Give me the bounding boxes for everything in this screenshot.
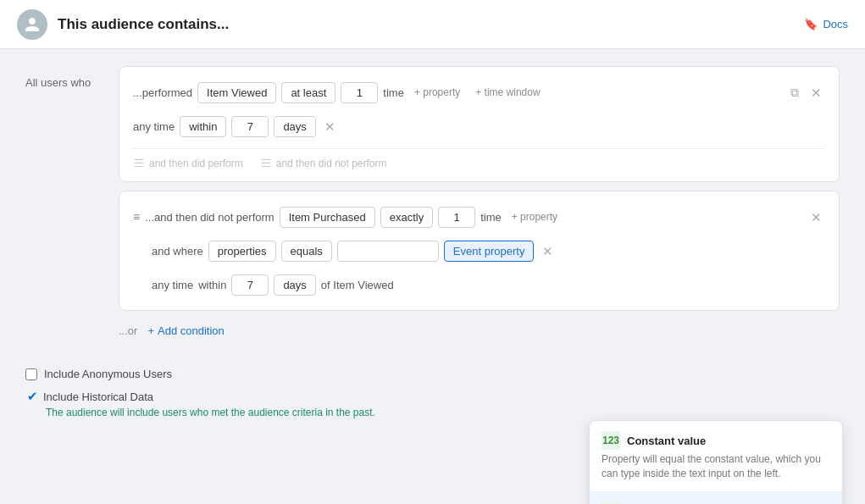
condition1-add-time-window-btn[interactable]: + time window	[470, 83, 545, 102]
avatar	[17, 9, 47, 40]
condition2-value-input[interactable]	[337, 241, 439, 262]
conditions-area: ...performed Item Viewed at least time +…	[119, 66, 840, 339]
condition2-equals-pill[interactable]: equals	[281, 241, 332, 262]
condition1-count-input[interactable]	[341, 82, 378, 103]
condition2-prop-close-btn[interactable]: ✕	[539, 243, 557, 259]
condition1-frequency-pill[interactable]: at least	[281, 82, 335, 103]
condition2-time-label: time	[480, 211, 502, 224]
condition2-row3: any time within days of Item Viewed	[133, 271, 825, 298]
condition2-row2: and where properties equals Event proper…	[133, 237, 825, 264]
condition2-count-input[interactable]	[438, 207, 475, 228]
add-condition-button[interactable]: + Add condition	[147, 324, 224, 337]
and-where-label: and where	[152, 245, 203, 258]
performed-label: ...performed	[133, 86, 192, 99]
and-then-label: ...and then did not perform	[145, 211, 274, 224]
include-historical-row: ✔ Include Historical Data The audience w…	[25, 389, 840, 418]
historical-header: ✔ Include Historical Data	[27, 389, 840, 404]
condition2-event-pill[interactable]: Item Purchased	[280, 207, 375, 228]
condition1-days-pill[interactable]: days	[274, 116, 315, 137]
or-label: ...or	[119, 324, 137, 337]
condition-block-2: ≡ ...and then did not perform Item Purch…	[119, 191, 840, 311]
event-property-btn[interactable]: Event property	[444, 241, 535, 262]
filter-icon: ≡	[133, 210, 140, 224]
header-left: This audience contains...	[17, 9, 229, 40]
constant-value-desc: Property will equal the constant value, …	[602, 452, 830, 481]
docs-label: Docs	[823, 18, 848, 30]
plus-icon: +	[147, 324, 154, 337]
condition1-row1: ...performed Item Viewed at least time +…	[133, 79, 825, 106]
condition2-row1: ≡ ...and then did not perform Item Purch…	[133, 203, 825, 230]
include-historical-label: Include Historical Data	[43, 390, 153, 403]
condition2-frequency-pill[interactable]: exactly	[380, 207, 433, 228]
condition1-days-count-input[interactable]	[231, 116, 269, 137]
condition2-add-property-btn[interactable]: + property	[507, 208, 563, 226]
check-blue-icon: ✔	[27, 389, 38, 404]
close-condition2-btn[interactable]: ✕	[807, 209, 825, 225]
page-title: This audience contains...	[58, 16, 229, 33]
condition1-any-time-label: any time	[133, 120, 175, 133]
event-property-dropdown: 123 Constant value Property will equal t…	[589, 420, 843, 504]
all-users-label: All users who	[25, 66, 102, 339]
condition2-any-time-label: any time	[152, 279, 193, 291]
include-anonymous-checkbox[interactable]	[25, 368, 37, 380]
dropdown-event-property[interactable]: 📅 Event property ✔ Property will equal t…	[590, 492, 842, 504]
historical-sub-text: The audience will include users who met …	[27, 407, 840, 418]
bottom-area: Include Anonymous Users ✔ Include Histor…	[0, 356, 865, 430]
bookmark-icon: 🔖	[804, 18, 818, 30]
condition1-event-pill[interactable]: Item Viewed	[197, 82, 276, 103]
condition-block-1: ...performed Item Viewed at least time +…	[119, 66, 840, 182]
close-condition1-btn[interactable]: ✕	[807, 85, 825, 101]
add-condition-row: ...or + Add condition	[119, 319, 840, 339]
copy-condition1-btn[interactable]: ⧉	[787, 84, 802, 102]
constant-icon: 123	[602, 431, 620, 450]
condition1-row2: any time within days ✕	[133, 113, 825, 140]
condition2-of-label: of Item Viewed	[321, 279, 394, 291]
condition2-days-pill[interactable]: days	[274, 274, 315, 296]
condition1-separator: and then did perform and then did not pe…	[133, 148, 825, 169]
dropdown-constant-header: 123 Constant value	[602, 431, 830, 450]
constant-value-title: Constant value	[627, 435, 706, 447]
condition1-within-close-btn[interactable]: ✕	[321, 119, 339, 135]
dropdown-constant-value[interactable]: 123 Constant value Property will equal t…	[590, 421, 842, 492]
condition2-within-label: within	[198, 279, 226, 291]
header: This audience contains... 🔖 Docs	[0, 0, 865, 49]
condition2-properties-pill[interactable]: properties	[208, 241, 276, 262]
docs-button[interactable]: 🔖 Docs	[804, 18, 848, 30]
add-condition-label: Add condition	[158, 324, 225, 337]
condition1-add-property-btn[interactable]: + property	[409, 83, 465, 102]
condition1-within-pill[interactable]: within	[180, 116, 226, 137]
include-anonymous-row: Include Anonymous Users	[25, 368, 840, 380]
and-then-did-perform-text: and then did perform	[133, 158, 243, 169]
condition1-time-label: time	[383, 86, 404, 99]
main-content: All users who ...performed Item Viewed a…	[0, 49, 865, 356]
and-then-did-not-perform-text: and then did not perform	[260, 158, 387, 169]
include-anonymous-label: Include Anonymous Users	[44, 368, 172, 380]
condition2-days-count-input[interactable]	[231, 274, 269, 296]
